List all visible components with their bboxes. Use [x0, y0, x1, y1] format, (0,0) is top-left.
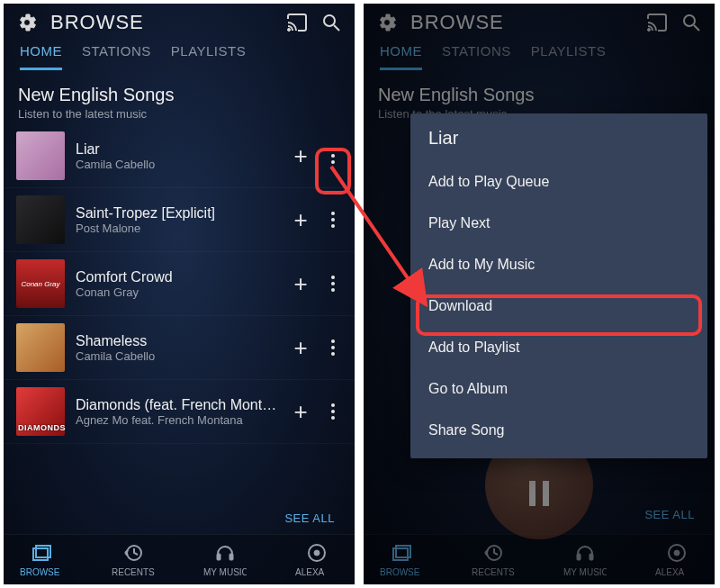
bottom-nav: BROWSERECENTSMY MUSICALEXA [364, 534, 715, 584]
pause-button[interactable] [518, 473, 560, 514]
more-icon[interactable] [324, 272, 342, 295]
gear-icon[interactable] [376, 12, 398, 33]
section-title: New English Songs [378, 85, 700, 105]
browse-icon [391, 542, 412, 564]
song-meta: LiarCamila Cabello [76, 141, 277, 171]
menu-item-add-to-my-music[interactable]: Add to My Music [410, 244, 707, 285]
song-title: Saint-Tropez [Explicit] [76, 205, 277, 222]
more-icon[interactable] [324, 208, 342, 231]
section-title: New English Songs [18, 85, 340, 105]
song-title: Shameless [76, 333, 277, 349]
song-row[interactable]: Conan GrayComfort CrowdConan Gray+ [4, 252, 355, 316]
svg-point-9 [314, 550, 320, 556]
album-art [16, 323, 65, 372]
nav-mymusic[interactable]: MY MUSIC [198, 542, 252, 577]
song-row[interactable]: DIAMONDSDiamonds (feat. French Mont…Agne… [4, 380, 355, 444]
see-all-link[interactable]: SEE ALL [4, 502, 355, 534]
nav-label: ALEXA [295, 567, 338, 577]
nav-recents[interactable]: RECENTS [106, 542, 160, 577]
nav-label: RECENTS [472, 567, 515, 577]
left-screen: BROWSE HOME STATIONS PLAYLISTS New Engli… [4, 4, 355, 584]
nav-label: MY MUSIC [203, 567, 247, 577]
svg-point-10 [648, 29, 651, 32]
menu-item-share-song[interactable]: Share Song [410, 410, 707, 451]
svg-point-0 [288, 29, 291, 32]
nav-recents[interactable]: RECENTS [466, 542, 520, 577]
svg-line-12 [694, 25, 699, 31]
menu-item-add-to-play-queue[interactable]: Add to Play Queue [410, 161, 707, 203]
album-art: Conan Gray [16, 259, 65, 308]
add-icon[interactable]: + [288, 334, 313, 362]
add-icon[interactable]: + [288, 206, 313, 234]
song-meta: Diamonds (feat. French Mont…Agnez Mo fea… [76, 397, 277, 427]
see-all-link[interactable]: SEE ALL [625, 499, 715, 530]
recents-icon [482, 542, 504, 564]
mymusic-icon [214, 542, 236, 564]
tab-home[interactable]: HOME [20, 43, 62, 70]
page-title: BROWSE [410, 11, 504, 34]
nav-browse[interactable]: BROWSE [14, 542, 68, 577]
recents-icon [122, 542, 144, 564]
section-header: New English Songs Listen to the latest m… [4, 70, 355, 124]
svg-point-11 [684, 15, 695, 26]
gear-icon[interactable] [16, 12, 38, 33]
svg-point-1 [324, 15, 335, 26]
song-title: Comfort Crowd [76, 269, 277, 285]
album-art [16, 195, 65, 244]
menu-item-add-to-playlist[interactable]: Add to Playlist [410, 327, 707, 368]
tab-home[interactable]: HOME [380, 43, 422, 70]
add-icon[interactable]: + [288, 270, 313, 298]
menu-item-download[interactable]: Download [410, 285, 707, 327]
add-icon[interactable]: + [288, 398, 313, 426]
tab-playlists[interactable]: PLAYLISTS [171, 43, 246, 70]
song-artist: Post Malone [76, 222, 277, 235]
nav-label: RECENTS [112, 567, 155, 577]
song-title: Diamonds (feat. French Mont… [76, 397, 277, 413]
song-meta: Comfort CrowdConan Gray [76, 269, 277, 299]
song-title: Liar [76, 141, 277, 158]
tab-playlists[interactable]: PLAYLISTS [531, 43, 606, 70]
section-subtitle: Listen to the latest music [18, 107, 340, 121]
tab-stations[interactable]: STATIONS [442, 43, 511, 70]
bottom-nav: BROWSERECENTSMY MUSICALEXA [4, 534, 355, 584]
svg-rect-17 [590, 554, 593, 560]
song-row[interactable]: ShamelessCamila Cabello+ [4, 316, 355, 380]
alexa-icon [666, 542, 688, 564]
menu-item-go-to-album[interactable]: Go to Album [410, 368, 707, 410]
toolbar: BROWSE [364, 4, 715, 38]
context-menu: Liar Add to Play QueuePlay NextAdd to My… [410, 113, 707, 458]
nav-label: BROWSE [380, 567, 423, 577]
more-icon[interactable] [324, 400, 342, 423]
song-row[interactable]: Saint-Tropez [Explicit]Post Malone+ [4, 188, 355, 252]
album-art [16, 131, 65, 180]
svg-line-2 [334, 25, 339, 31]
song-meta: ShamelessCamila Cabello [76, 333, 277, 363]
song-artist: Agnez Mo feat. French Montana [76, 413, 277, 427]
toolbar: BROWSE [4, 4, 355, 38]
nav-label: ALEXA [655, 567, 698, 577]
svg-rect-7 [230, 554, 233, 560]
nav-alexa[interactable]: ALEXA [650, 542, 704, 577]
svg-rect-6 [217, 554, 220, 560]
context-menu-title: Liar [410, 124, 707, 161]
right-screen: BROWSE HOME STATIONS PLAYLISTS New Engli… [364, 4, 715, 584]
search-icon[interactable] [320, 12, 342, 33]
search-icon[interactable] [680, 12, 702, 33]
menu-item-play-next[interactable]: Play Next [410, 203, 707, 244]
nav-alexa[interactable]: ALEXA [290, 542, 344, 577]
add-icon[interactable]: + [288, 142, 313, 170]
cast-icon[interactable] [646, 12, 668, 33]
cast-icon[interactable] [286, 12, 308, 33]
song-list: LiarCamila Cabello+Saint-Tropez [Explici… [4, 124, 355, 502]
more-icon[interactable] [324, 144, 342, 167]
svg-rect-16 [577, 554, 580, 560]
nav-browse[interactable]: BROWSE [374, 542, 428, 577]
tabs: HOME STATIONS PLAYLISTS [4, 38, 355, 70]
more-icon[interactable] [324, 336, 342, 359]
song-row[interactable]: LiarCamila Cabello+ [4, 124, 355, 188]
tab-stations[interactable]: STATIONS [82, 43, 151, 70]
album-art: DIAMONDS [16, 387, 65, 436]
mymusic-icon [574, 542, 596, 564]
nav-mymusic[interactable]: MY MUSIC [558, 542, 612, 577]
song-artist: Camila Cabello [76, 158, 277, 171]
